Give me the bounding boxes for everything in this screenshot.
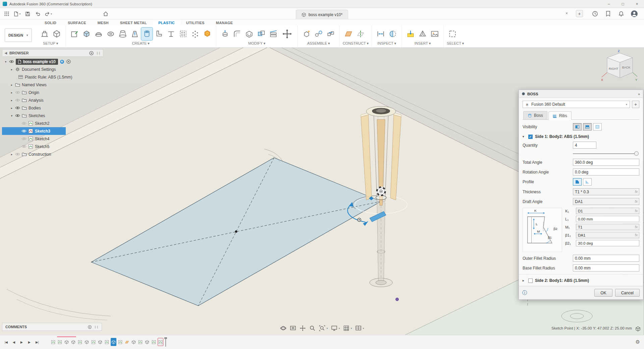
l-input[interactable] xyxy=(576,216,639,222)
quantity-slider[interactable] xyxy=(573,151,638,156)
close-tab-icon[interactable]: × xyxy=(566,11,568,16)
timeline-feature[interactable] xyxy=(84,338,90,346)
comment-indicator-icon[interactable] xyxy=(88,325,92,329)
view-cube[interactable]: RIGHT BACK X Y Z xyxy=(599,49,639,89)
visibility-toggle-transparent[interactable] xyxy=(593,123,602,131)
cancel-button[interactable]: Cancel xyxy=(615,289,640,297)
side1-section-header[interactable]: ▾ ✓ Side 1: Body2: ABS (1.5mm) xyxy=(523,134,639,139)
draft-angle-input[interactable] xyxy=(573,198,639,205)
revolve-icon[interactable] xyxy=(93,28,104,40)
timeline-step-back-button[interactable]: ◀ xyxy=(10,339,17,346)
timeline-sketch-feature[interactable] xyxy=(104,338,110,346)
stock-setup-icon[interactable] xyxy=(51,28,62,40)
panel-grip-icon[interactable]: ❘❘ xyxy=(94,326,99,329)
tab-manage[interactable]: MANAGE xyxy=(210,19,239,26)
b2-input[interactable] xyxy=(576,240,639,246)
quantity-input[interactable] xyxy=(573,142,596,149)
boss-icon[interactable] xyxy=(141,28,153,40)
new-component-icon[interactable] xyxy=(301,28,312,40)
create-sketch-icon[interactable] xyxy=(69,28,80,40)
construction-plane-icon[interactable] xyxy=(343,28,354,40)
notifications-bell-icon[interactable] xyxy=(617,9,626,18)
visibility-toggle-section[interactable] xyxy=(583,123,592,131)
selection-filter-icon[interactable] xyxy=(635,326,641,332)
rib-icon[interactable] xyxy=(153,28,165,40)
document-tab[interactable]: boss example v10* xyxy=(296,10,348,19)
display-settings-icon[interactable] xyxy=(89,51,94,56)
timeline-flagged-feature[interactable] xyxy=(158,338,163,346)
outer-fillet-input[interactable] xyxy=(573,255,639,262)
workspace-selector[interactable]: DESIGN ▾ xyxy=(5,29,32,42)
volumetric-lattice-icon[interactable] xyxy=(202,28,213,40)
visibility-eye-icon[interactable] xyxy=(15,105,20,110)
sketch-center-point[interactable] xyxy=(235,231,237,233)
new-tab-button[interactable]: + xyxy=(576,10,583,17)
timeline-feature[interactable] xyxy=(97,338,103,346)
caret-right-icon[interactable]: ▸ xyxy=(10,83,13,87)
preset-dropdown[interactable]: ∗ Fusion 360 Default ▾ xyxy=(523,101,630,108)
visibility-eye-icon[interactable] xyxy=(9,59,14,64)
thickness-input[interactable] xyxy=(573,188,639,195)
tree-item-sketch2[interactable]: Sketch2 xyxy=(2,119,103,127)
timeline-go-end-button[interactable]: ▶| xyxy=(34,339,40,346)
timeline-play-button[interactable]: ▶ xyxy=(18,339,25,346)
timeline-plane-feature[interactable] xyxy=(124,338,130,346)
sketch-point[interactable] xyxy=(396,298,399,301)
visibility-eye-icon[interactable] xyxy=(21,144,26,149)
look-at-icon[interactable] xyxy=(289,325,296,332)
close-button[interactable]: × xyxy=(630,0,644,8)
timeline-feature[interactable] xyxy=(131,338,137,346)
display-settings-icon[interactable]: ▾ xyxy=(331,325,340,332)
caret-down-icon[interactable]: ▾ xyxy=(4,60,7,63)
browser-root-row[interactable]: ▾ boss example v10 R xyxy=(2,58,103,65)
group-label-inspect[interactable]: INSPECT ▾ xyxy=(375,41,398,46)
group-label-select[interactable]: SELECT ▾ xyxy=(447,41,464,46)
timeline-sketch-feature[interactable] xyxy=(50,338,56,346)
select-icon[interactable] xyxy=(447,28,458,40)
timeline-sketch-feature[interactable] xyxy=(117,338,123,346)
timeline-position-marker[interactable] xyxy=(165,337,166,347)
tab-plastic[interactable]: PLASTIC xyxy=(153,19,180,26)
profile-half-button[interactable] xyxy=(583,178,592,186)
add-preset-button[interactable]: + xyxy=(632,101,639,108)
caret-right-icon[interactable]: ▸ xyxy=(10,91,13,94)
group-label-modify[interactable]: MODIFY ▾ xyxy=(219,41,294,46)
visibility-eye-icon[interactable] xyxy=(15,90,20,95)
k-input[interactable] xyxy=(576,208,639,214)
side2-section-header[interactable]: ▸ Side 2: Body1: ABS (1.5mm) xyxy=(523,278,639,283)
tab-solid[interactable]: SOLID xyxy=(39,19,62,26)
construction-axis-icon[interactable] xyxy=(355,28,366,40)
rotation-angle-input[interactable] xyxy=(573,168,639,176)
group-label-create[interactable]: CREATE ▾ xyxy=(69,41,213,46)
timeline-sketch-feature[interactable] xyxy=(138,338,143,346)
caret-right-icon[interactable]: ▸ xyxy=(10,153,13,156)
press-pull-icon[interactable] xyxy=(219,28,231,40)
caret-right-icon[interactable]: ▸ xyxy=(10,68,13,71)
tree-item-sketch4[interactable]: Sketch4 xyxy=(2,135,103,143)
orbit-icon[interactable] xyxy=(280,325,286,332)
visibility-toggle-solid[interactable] xyxy=(573,123,582,131)
rigid-group-icon[interactable] xyxy=(325,28,336,40)
comments-bar[interactable]: COMMENTS ❘❘ xyxy=(2,323,102,331)
joint-icon[interactable] xyxy=(313,28,324,40)
caret-right-icon[interactable]: ▸ xyxy=(10,106,13,110)
redo-icon[interactable]: ▾ xyxy=(44,9,52,18)
caret-right-icon[interactable]: ▸ xyxy=(10,99,13,102)
caret-right-icon[interactable]: ▸ xyxy=(523,279,526,282)
section-analysis-icon[interactable] xyxy=(387,28,398,40)
save-icon[interactable] xyxy=(23,9,32,18)
shell-icon[interactable] xyxy=(244,28,255,40)
group-label-construct[interactable]: CONSTRUCT ▾ xyxy=(343,41,369,46)
tab-sheet-metal[interactable]: SHEET METAL xyxy=(114,19,153,26)
fillet-icon[interactable] xyxy=(231,28,243,40)
browser-header[interactable]: ◀ BROWSER ❘❘ xyxy=(2,49,103,57)
job-status-icon[interactable] xyxy=(591,9,599,18)
hole-pattern-icon[interactable] xyxy=(177,28,189,40)
undo-icon[interactable] xyxy=(34,9,42,18)
visibility-eye-icon[interactable] xyxy=(21,129,26,134)
timeline-feature[interactable] xyxy=(70,338,76,346)
canvas-icon[interactable] xyxy=(429,28,440,40)
visibility-eye-icon[interactable] xyxy=(21,136,26,141)
insert-mesh-icon[interactable] xyxy=(417,28,428,40)
sketch-point-widget[interactable] xyxy=(376,187,386,200)
